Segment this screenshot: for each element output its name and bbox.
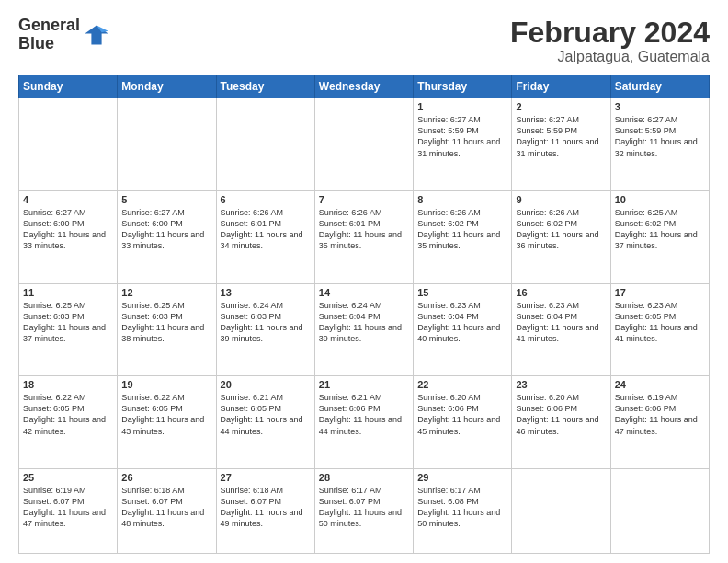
table-row: 3Sunrise: 6:27 AM Sunset: 5:59 PM Daylig…: [610, 98, 709, 191]
day-info: Sunrise: 6:18 AM Sunset: 6:07 PM Dayligh…: [221, 485, 311, 530]
day-info: Sunrise: 6:25 AM Sunset: 6:02 PM Dayligh…: [615, 207, 705, 252]
col-wednesday: Wednesday: [314, 75, 413, 98]
day-number: 24: [615, 379, 705, 390]
day-number: 23: [516, 379, 606, 390]
day-number: 20: [221, 379, 311, 390]
calendar-table: Sunday Monday Tuesday Wednesday Thursday…: [18, 75, 710, 554]
table-row: 11Sunrise: 6:25 AM Sunset: 6:03 PM Dayli…: [19, 283, 118, 376]
day-info: Sunrise: 6:26 AM Sunset: 6:02 PM Dayligh…: [417, 207, 507, 252]
col-monday: Monday: [118, 75, 216, 98]
table-row: 17Sunrise: 6:23 AM Sunset: 6:05 PM Dayli…: [610, 283, 709, 376]
table-row: 19Sunrise: 6:22 AM Sunset: 6:05 PM Dayli…: [118, 376, 216, 469]
day-number: 21: [319, 379, 409, 390]
day-number: 2: [516, 101, 606, 112]
day-number: 28: [319, 472, 409, 483]
day-info: Sunrise: 6:25 AM Sunset: 6:03 PM Dayligh…: [23, 300, 113, 345]
calendar-week-row: 18Sunrise: 6:22 AM Sunset: 6:05 PM Dayli…: [19, 376, 710, 469]
day-number: 6: [221, 194, 311, 205]
table-row: 13Sunrise: 6:24 AM Sunset: 6:03 PM Dayli…: [216, 283, 314, 376]
day-info: Sunrise: 6:22 AM Sunset: 6:05 PM Dayligh…: [121, 392, 211, 437]
day-number: 8: [417, 194, 507, 205]
day-info: Sunrise: 6:23 AM Sunset: 6:05 PM Dayligh…: [615, 300, 705, 345]
table-row: 16Sunrise: 6:23 AM Sunset: 6:04 PM Dayli…: [512, 283, 610, 376]
table-row: 5Sunrise: 6:27 AM Sunset: 6:00 PM Daylig…: [118, 190, 216, 283]
day-number: 22: [417, 379, 507, 390]
day-number: 1: [417, 101, 507, 112]
calendar-title: February 2024: [510, 17, 710, 49]
table-row: 4Sunrise: 6:27 AM Sunset: 6:00 PM Daylig…: [19, 190, 118, 283]
day-info: Sunrise: 6:26 AM Sunset: 6:01 PM Dayligh…: [221, 207, 311, 252]
day-number: 19: [121, 379, 211, 390]
page: General Blue February 2024 Jalpatagua, G…: [0, 0, 728, 563]
col-thursday: Thursday: [414, 75, 512, 98]
table-row: 2Sunrise: 6:27 AM Sunset: 5:59 PM Daylig…: [512, 98, 610, 191]
day-info: Sunrise: 6:21 AM Sunset: 6:06 PM Dayligh…: [319, 392, 409, 437]
day-info: Sunrise: 6:26 AM Sunset: 6:01 PM Dayligh…: [319, 207, 409, 252]
day-info: Sunrise: 6:27 AM Sunset: 6:00 PM Dayligh…: [121, 207, 211, 252]
day-number: 25: [23, 472, 113, 483]
table-row: 22Sunrise: 6:20 AM Sunset: 6:06 PM Dayli…: [414, 376, 512, 469]
table-row: 18Sunrise: 6:22 AM Sunset: 6:05 PM Dayli…: [19, 376, 118, 469]
logo-line2: Blue: [18, 35, 80, 53]
day-info: Sunrise: 6:23 AM Sunset: 6:04 PM Dayligh…: [417, 300, 507, 345]
day-info: Sunrise: 6:19 AM Sunset: 6:07 PM Dayligh…: [23, 485, 113, 530]
day-number: 29: [417, 472, 507, 483]
day-info: Sunrise: 6:24 AM Sunset: 6:03 PM Dayligh…: [221, 300, 311, 345]
calendar-subtitle: Jalpatagua, Guatemala: [510, 49, 710, 65]
logo-bird-icon: [84, 22, 109, 48]
table-row: 26Sunrise: 6:18 AM Sunset: 6:07 PM Dayli…: [118, 468, 216, 553]
logo: General Blue: [18, 17, 109, 53]
day-info: Sunrise: 6:20 AM Sunset: 6:06 PM Dayligh…: [417, 392, 507, 437]
col-sunday: Sunday: [19, 75, 118, 98]
table-row: 6Sunrise: 6:26 AM Sunset: 6:01 PM Daylig…: [216, 190, 314, 283]
day-number: 14: [319, 287, 409, 298]
day-number: 10: [615, 194, 705, 205]
title-block: February 2024 Jalpatagua, Guatemala: [510, 17, 710, 65]
col-friday: Friday: [512, 75, 610, 98]
day-info: Sunrise: 6:27 AM Sunset: 5:59 PM Dayligh…: [516, 114, 606, 159]
day-info: Sunrise: 6:27 AM Sunset: 5:59 PM Dayligh…: [615, 114, 705, 159]
table-row: 21Sunrise: 6:21 AM Sunset: 6:06 PM Dayli…: [314, 376, 413, 469]
table-row: 9Sunrise: 6:26 AM Sunset: 6:02 PM Daylig…: [512, 190, 610, 283]
day-info: Sunrise: 6:19 AM Sunset: 6:06 PM Dayligh…: [615, 392, 705, 437]
day-number: 7: [319, 194, 409, 205]
table-row: 27Sunrise: 6:18 AM Sunset: 6:07 PM Dayli…: [216, 468, 314, 553]
table-row: 15Sunrise: 6:23 AM Sunset: 6:04 PM Dayli…: [414, 283, 512, 376]
day-info: Sunrise: 6:17 AM Sunset: 6:08 PM Dayligh…: [417, 485, 507, 530]
day-number: 27: [221, 472, 311, 483]
table-row: 12Sunrise: 6:25 AM Sunset: 6:03 PM Dayli…: [118, 283, 216, 376]
col-tuesday: Tuesday: [216, 75, 314, 98]
table-row: 1Sunrise: 6:27 AM Sunset: 5:59 PM Daylig…: [414, 98, 512, 191]
calendar-week-row: 1Sunrise: 6:27 AM Sunset: 5:59 PM Daylig…: [19, 98, 710, 191]
day-info: Sunrise: 6:17 AM Sunset: 6:07 PM Dayligh…: [319, 485, 409, 530]
table-row: [216, 98, 314, 191]
day-info: Sunrise: 6:22 AM Sunset: 6:05 PM Dayligh…: [23, 392, 113, 437]
table-row: [19, 98, 118, 191]
day-number: 12: [121, 287, 211, 298]
logo-text: General Blue: [18, 17, 80, 53]
day-info: Sunrise: 6:18 AM Sunset: 6:07 PM Dayligh…: [121, 485, 211, 530]
header: General Blue February 2024 Jalpatagua, G…: [18, 17, 710, 65]
col-saturday: Saturday: [610, 75, 709, 98]
table-row: 25Sunrise: 6:19 AM Sunset: 6:07 PM Dayli…: [19, 468, 118, 553]
day-info: Sunrise: 6:21 AM Sunset: 6:05 PM Dayligh…: [221, 392, 311, 437]
day-number: 17: [615, 287, 705, 298]
day-number: 18: [23, 379, 113, 390]
day-number: 4: [23, 194, 113, 205]
day-info: Sunrise: 6:26 AM Sunset: 6:02 PM Dayligh…: [516, 207, 606, 252]
logo-line1: General: [18, 17, 80, 35]
table-row: 7Sunrise: 6:26 AM Sunset: 6:01 PM Daylig…: [314, 190, 413, 283]
calendar-week-row: 4Sunrise: 6:27 AM Sunset: 6:00 PM Daylig…: [19, 190, 710, 283]
day-number: 11: [23, 287, 113, 298]
table-row: [314, 98, 413, 191]
day-info: Sunrise: 6:24 AM Sunset: 6:04 PM Dayligh…: [319, 300, 409, 345]
day-info: Sunrise: 6:27 AM Sunset: 5:59 PM Dayligh…: [417, 114, 507, 159]
day-info: Sunrise: 6:27 AM Sunset: 6:00 PM Dayligh…: [23, 207, 113, 252]
day-number: 16: [516, 287, 606, 298]
table-row: 24Sunrise: 6:19 AM Sunset: 6:06 PM Dayli…: [610, 376, 709, 469]
day-info: Sunrise: 6:20 AM Sunset: 6:06 PM Dayligh…: [516, 392, 606, 437]
calendar-week-row: 25Sunrise: 6:19 AM Sunset: 6:07 PM Dayli…: [19, 468, 710, 553]
day-number: 3: [615, 101, 705, 112]
calendar-header-row: Sunday Monday Tuesday Wednesday Thursday…: [19, 75, 710, 98]
table-row: 23Sunrise: 6:20 AM Sunset: 6:06 PM Dayli…: [512, 376, 610, 469]
